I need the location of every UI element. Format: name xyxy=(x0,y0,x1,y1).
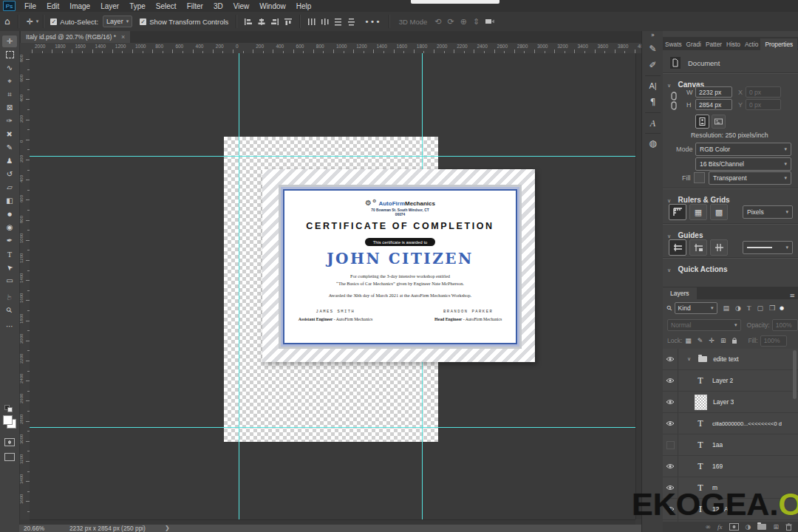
new-guide-layout-button[interactable] xyxy=(710,239,728,256)
menu-layer[interactable]: Layer xyxy=(95,2,124,10)
foreground-color-swatch[interactable] xyxy=(3,415,13,425)
screen-mode-button[interactable] xyxy=(2,451,17,463)
bit-depth-select[interactable]: 16 Bits/Channel▾ xyxy=(695,157,791,171)
fill-select[interactable]: Transparent▾ xyxy=(709,171,791,185)
lasso-tool[interactable]: ∿ xyxy=(2,62,17,74)
layer-filter-select[interactable]: Kind▾ xyxy=(675,302,717,314)
layer-row[interactable]: Layer 3 xyxy=(663,392,798,413)
healing-brush-tool[interactable]: ✚ xyxy=(2,129,17,140)
guide-style-select[interactable]: ▾ xyxy=(743,241,793,254)
brush-tool[interactable]: ✎ xyxy=(2,142,17,154)
toggle-grid-button[interactable]: ▦ xyxy=(689,204,707,220)
lock-transparent-icon[interactable]: ▦ xyxy=(685,338,692,344)
menu-3d[interactable]: 3D xyxy=(208,2,228,10)
layer-row[interactable]: T 169 xyxy=(663,456,798,477)
tab-gradients[interactable]: Gradi xyxy=(684,38,703,50)
zoom-level-field[interactable]: 20.66% xyxy=(24,525,53,532)
glyphs-panel-icon[interactable]: A xyxy=(642,118,664,129)
layer-name[interactable]: cilla0000000...<<<<<<<<0 d xyxy=(712,420,782,427)
menu-edit[interactable]: Edit xyxy=(41,2,64,10)
menu-file[interactable]: File xyxy=(19,2,41,10)
lock-pixels-icon[interactable]: ✎ xyxy=(698,338,703,344)
show-transform-checkbox[interactable]: ✓ xyxy=(140,18,146,25)
menu-view[interactable]: View xyxy=(228,2,255,10)
toggle-guides-button[interactable] xyxy=(669,239,686,256)
lock-all-icon[interactable] xyxy=(732,337,737,344)
gradient-tool[interactable]: ◧ xyxy=(2,195,17,207)
collapse-panels-icon[interactable]: » xyxy=(642,33,664,38)
move-tool[interactable]: ✛ xyxy=(2,35,17,47)
dodge-tool[interactable]: ◉ xyxy=(2,222,17,233)
align-right-icon[interactable] xyxy=(270,18,279,26)
canvas-viewport[interactable]: ⚙⚙ AutoFirmMechanics 70 Bowman St. South… xyxy=(30,53,635,519)
horizontal-ruler[interactable]: 2000180016001400120010008006004002000200… xyxy=(19,43,641,54)
layer-name[interactable]: Layer 2 xyxy=(712,377,733,384)
home-icon[interactable]: ⌂ xyxy=(4,17,10,26)
move-tool-options-icon[interactable]: ✛ xyxy=(27,18,33,26)
layer-name[interactable]: Layer 3 xyxy=(713,398,734,406)
document-tab[interactable]: Italy id.psd @ 20.7% (RGB/16) * × xyxy=(21,31,130,43)
frame-tool[interactable]: ⊠ xyxy=(2,102,17,114)
layer-mask-icon[interactable] xyxy=(729,523,739,531)
chevron-down-icon[interactable]: ▾ xyxy=(36,19,39,24)
lock-position-icon[interactable]: ✛ xyxy=(709,338,715,344)
quick-actions-section-header[interactable]: ∨ Quick Actions xyxy=(667,262,727,275)
layer-row[interactable]: T Layer 2 xyxy=(663,370,798,392)
quick-mask-button[interactable] xyxy=(2,436,17,448)
layer-row-group[interactable]: ∨ edite text xyxy=(663,349,798,370)
lock-artboard-icon[interactable]: ⊞ xyxy=(720,338,726,344)
history-brush-tool[interactable]: ↺ xyxy=(2,168,17,180)
tab-actions[interactable]: Actio xyxy=(743,38,760,50)
color-mode-select[interactable]: RGB Color▾ xyxy=(695,143,791,156)
menu-filter[interactable]: Filter xyxy=(182,2,208,10)
landscape-orientation-button[interactable] xyxy=(712,115,726,129)
hand-tool[interactable]: ☞ xyxy=(2,291,17,303)
lock-guides-button[interactable] xyxy=(689,239,707,256)
fill-swatch[interactable] xyxy=(694,172,705,183)
rectangle-tool[interactable]: ▭ xyxy=(2,275,17,287)
vertical-ruler[interactable]: 8006004002000200400600800100012001400160… xyxy=(19,53,30,519)
libraries-panel-icon[interactable]: ◍ xyxy=(642,139,664,148)
align-left-icon[interactable] xyxy=(244,18,253,26)
menu-select[interactable]: Select xyxy=(151,2,182,10)
width-field[interactable]: 2232 px xyxy=(695,86,732,98)
layer-name[interactable]: 1aa xyxy=(712,441,723,449)
height-field[interactable]: 2854 px xyxy=(695,99,732,110)
pen-tool[interactable]: ✒ xyxy=(2,235,17,247)
visibility-toggle[interactable] xyxy=(663,456,678,477)
portrait-orientation-button[interactable] xyxy=(695,115,709,129)
character-panel-icon[interactable]: A| xyxy=(642,81,664,90)
brush-settings-panel-icon[interactable]: ✎ xyxy=(642,44,664,53)
status-chevron-icon[interactable]: ❯ xyxy=(165,525,170,531)
layer-name[interactable]: 169 xyxy=(712,463,723,470)
tab-layers[interactable]: Layers xyxy=(663,287,697,299)
tab-properties[interactable]: Properties xyxy=(760,38,797,50)
path-selection-tool[interactable]: ➤ xyxy=(2,262,17,273)
visibility-toggle[interactable] xyxy=(663,434,678,455)
color-swatches[interactable] xyxy=(3,415,16,429)
filter-pixel-layers-icon[interactable]: ▤ xyxy=(723,305,730,312)
distribute-center-icon[interactable] xyxy=(321,18,330,26)
new-group-icon[interactable] xyxy=(757,524,766,530)
menu-window[interactable]: Window xyxy=(254,2,291,10)
ruler-units-select[interactable]: Pixels▾ xyxy=(743,205,793,219)
layers-panel-menu-icon[interactable]: ≡ xyxy=(789,293,795,299)
tab-history[interactable]: Histo xyxy=(724,38,743,50)
clone-stamp-tool[interactable]: ♟ xyxy=(2,155,17,167)
toggle-pixel-grid-button[interactable]: ▩ xyxy=(710,204,728,220)
photoshop-logo[interactable]: Ps xyxy=(3,1,16,11)
menu-image[interactable]: Image xyxy=(64,2,95,10)
align-center-horizontal-icon[interactable] xyxy=(257,18,266,26)
auto-select-checkbox[interactable]: ✓ xyxy=(50,18,57,25)
brushes-panel-icon[interactable]: ✐ xyxy=(642,61,664,69)
layer-row[interactable]: T cilla0000000...<<<<<<<<0 d xyxy=(663,413,798,434)
delete-layer-icon[interactable] xyxy=(785,523,792,531)
distribute-left-icon[interactable] xyxy=(307,18,316,26)
marquee-tool[interactable] xyxy=(2,49,17,61)
crop-tool[interactable]: ⌗ xyxy=(2,89,17,100)
guide-horizontal-1[interactable] xyxy=(30,156,635,157)
link-dimensions-icon[interactable] xyxy=(670,92,678,111)
paragraph-panel-icon[interactable]: ¶ xyxy=(642,98,664,106)
auto-select-target-dropdown[interactable]: Layer ▾ xyxy=(103,16,132,27)
zoom-tool[interactable]: ⚲ xyxy=(2,304,17,316)
